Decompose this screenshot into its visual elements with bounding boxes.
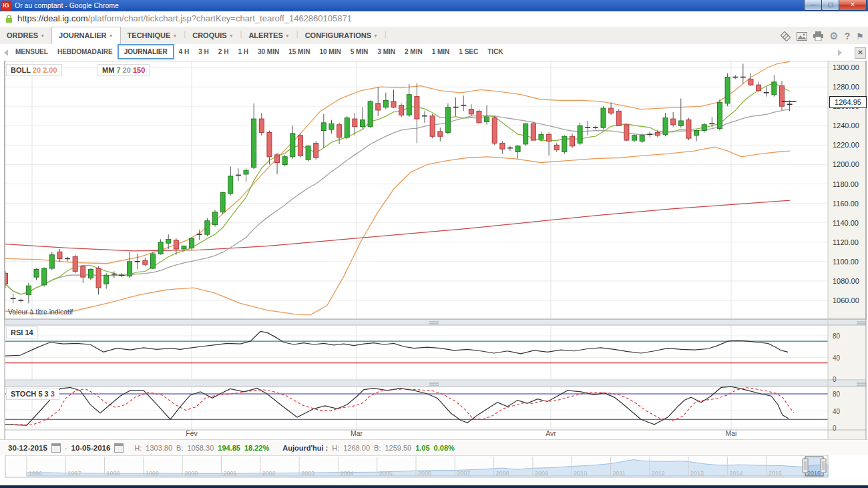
nav-year-label: 2007 [457, 470, 470, 477]
timeframe-2min[interactable]: 2 MIN [400, 44, 427, 59]
minimize-button[interactable]: — [804, 0, 823, 11]
range-change: 194.85 [218, 444, 240, 452]
nav-year-label: 1999 [146, 470, 159, 477]
menu-bar: ORDRES ▼JOURNALIER ▼TECHNIQUE ▼|CROQUIS … [0, 27, 868, 44]
nav-year-label: 2013 [690, 470, 704, 477]
scroll-left-icon[interactable] [4, 49, 8, 56]
calendar-icon[interactable] [114, 443, 124, 453]
menu-item-croquis[interactable]: CROQUIS ▼ [186, 27, 240, 43]
month-axis-label: Avr [546, 429, 556, 437]
nav-year-label: 1997 [67, 470, 81, 477]
printer-icon[interactable] [813, 31, 823, 41]
timeframe-1min[interactable]: 1 MIN [427, 44, 455, 59]
timeframe-3h[interactable]: 3 H [194, 44, 214, 59]
mm-indicator-label[interactable]: MM 7 20 150 [97, 64, 150, 76]
timeframe-journalier[interactable]: JOURNALIER [118, 44, 174, 59]
price-axis-label: 1120.00 [833, 238, 859, 246]
url-path: /platform/chart/tickchart.jsp?chartKey=c… [88, 13, 352, 23]
image-icon[interactable] [797, 32, 807, 41]
today-change-pct: 0.08% [434, 444, 455, 452]
nav-handle[interactable] [821, 459, 826, 473]
date-from[interactable]: 30-12-2015 [8, 444, 47, 452]
stoch-axis-label: 0 [833, 425, 837, 432]
nav-year-label: 2014 [729, 470, 742, 477]
nav-year-label: 2006 [418, 470, 431, 477]
today-low-label: B: [374, 444, 381, 452]
maximize-button[interactable]: ▢ [821, 0, 840, 11]
nav-year-label: 2012 [652, 470, 665, 477]
calendar-icon[interactable] [51, 443, 61, 453]
price-axis-label: 1220.00 [833, 141, 859, 149]
timeframe-hebdomadaire[interactable]: HEBDOMADAIRE [53, 44, 118, 59]
today-change: 1.05 [415, 444, 429, 452]
layers-icon[interactable] [781, 31, 791, 41]
window-title: Or au comptant - Google Chrome [15, 1, 119, 9]
help-icon[interactable]: ? [845, 31, 851, 41]
price-axis-label: 1100.00 [833, 258, 859, 266]
scroll-right-icon[interactable] [838, 49, 842, 56]
close-chart-icon[interactable]: ✕ [855, 47, 866, 59]
boll-indicator-label[interactable]: BOLL 20 2.00 [6, 64, 62, 76]
chart-area: 1060.001080.001100.001120.001140.001160.… [0, 61, 868, 439]
month-axis-label: Mai [726, 429, 737, 437]
date-to[interactable]: 10-05-2016 [71, 444, 111, 452]
window-titlebar: IG Or au comptant - Google Chrome — ▢ ✕ [0, 0, 868, 11]
toolbar-icons: ⚙ ? ⚑ [781, 30, 864, 42]
menu-separator: | [385, 30, 387, 38]
nav-year-label: 2001 [224, 470, 237, 477]
taskbar-edge [0, 485, 868, 488]
nav-year-label: 2003 [301, 470, 314, 477]
nav-year-label: 2008 [496, 470, 509, 477]
menu-item-technique[interactable]: TECHNIQUE ▼ [121, 27, 184, 43]
rsi-axis-label: 80 [833, 332, 841, 340]
history-navigator[interactable]: 1996199719981999200020012002200320042005… [0, 455, 868, 478]
today-label: Aujourd'hui : [282, 444, 328, 452]
current-price-label: 1264.95 [829, 96, 867, 108]
nav-year-label: 2010 [574, 470, 587, 477]
rsi-axis-label: 0 [833, 376, 837, 383]
scrollbar[interactable]: ↧ ⊖ ↻ ⊕ [0, 478, 868, 485]
url-domain: https://deal.ig.com [17, 13, 88, 23]
feedback-icon[interactable]: ⚑ [856, 31, 864, 41]
ig-logo-icon: IG [1, 1, 11, 11]
timeframe-1h[interactable]: 1 H [233, 44, 253, 59]
timeframe-3min[interactable]: 3 MIN [373, 44, 400, 59]
timeframe-4h[interactable]: 4 H [174, 44, 194, 59]
menu-item-alertes[interactable]: ALERTES ▼ [242, 27, 296, 43]
timeframe-mensuel[interactable]: MENSUEL [11, 44, 53, 59]
price-axis-label: 1280.00 [833, 83, 859, 91]
timeframe-1sec[interactable]: 1 SEC [454, 44, 483, 59]
range-high-label: H: [134, 444, 142, 452]
timeframe-30min[interactable]: 30 MIN [253, 44, 284, 59]
url-bar[interactable]: https://deal.ig.com/platform/chart/tickc… [0, 11, 868, 27]
settings-icon[interactable]: ⚙ [829, 30, 838, 42]
today-low: 1259.50 [385, 444, 411, 452]
nav-year-label: 1998 [107, 470, 120, 477]
timeframe-5min[interactable]: 5 MIN [346, 44, 373, 59]
stoch-indicator-label[interactable]: STOCH 5 3 3 [6, 388, 59, 400]
menu-item-configurations[interactable]: CONFIGURATIONS ▼ [298, 27, 385, 43]
rsi-axis-label: 40 [833, 354, 841, 362]
nav-year-label: 2002 [262, 470, 276, 477]
menu-item-journalier[interactable]: JOURNALIER ▼ [51, 27, 121, 44]
timeframe-10min[interactable]: 10 MIN [314, 44, 345, 59]
month-axis-label: Fév [186, 429, 198, 437]
status-bar: 30-12-2015 - 10-05-2016 H: 1303.80 B: 10… [0, 439, 868, 455]
rsi-indicator-label[interactable]: RSI 14 [6, 326, 38, 338]
timeframe-15min[interactable]: 15 MIN [284, 44, 314, 59]
timeframe-tick[interactable]: TICK [483, 44, 507, 59]
price-axis-label: 1240.00 [833, 121, 859, 130]
nav-year-label: 2005 [379, 470, 393, 477]
month-axis-label: Mar [351, 429, 363, 437]
nav-handle[interactable] [803, 459, 808, 473]
price-axis-label: 1300.00 [833, 63, 859, 71]
price-axis-label: 1160.00 [833, 200, 859, 208]
price-axis-label: 1060.00 [833, 296, 859, 304]
price-axis-label: 1200.00 [833, 160, 859, 168]
range-change-pct: 18.22% [244, 444, 269, 452]
timeframe-2h[interactable]: 2 H [214, 44, 234, 59]
close-button[interactable]: ✕ [839, 0, 867, 11]
url-text: https://deal.ig.com/platform/chart/tickc… [17, 13, 352, 23]
nav-year-label: 2009 [535, 470, 548, 477]
menu-item-ordres[interactable]: ORDRES ▼ [0, 27, 51, 43]
